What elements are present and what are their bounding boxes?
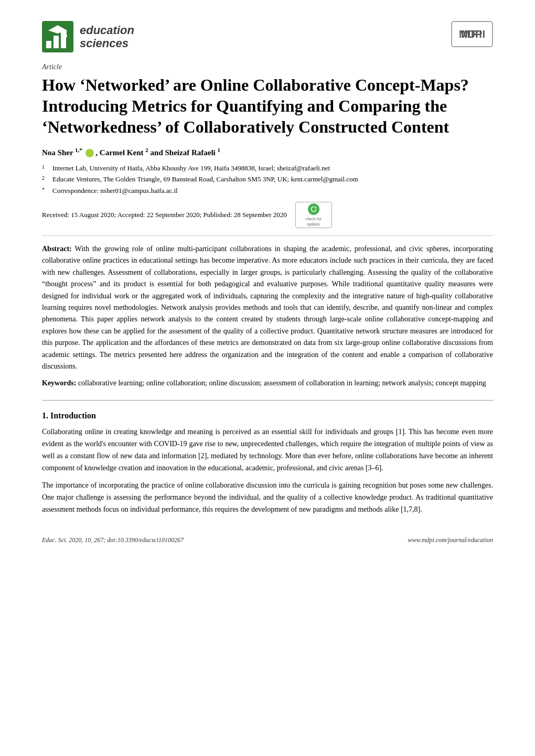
keywords-text: Keywords: collaborative learning; online… <box>42 377 493 389</box>
svg-rect-2 <box>54 36 59 48</box>
footer-left: Educ. Sci. 2020, 10, 267; doi:10.3390/ed… <box>42 536 184 544</box>
ref-2-link[interactable]: 2 <box>201 452 205 460</box>
svg-text:MDPI: MDPI <box>459 28 485 40</box>
intro-paragraph-1: Collaborating online in creating knowled… <box>42 426 493 474</box>
author-carmel-kent: , Carmel Kent 2 and Sheizaf Rafaeli 1 <box>95 148 220 157</box>
abstract-text: Abstract: With the growing role of onlin… <box>42 243 493 372</box>
affiliation-2: 2 Educate Ventures, The Golden Triangle,… <box>42 174 493 185</box>
svg-rect-1 <box>46 41 51 48</box>
intro-paragraph-2: The importance of incorporating the prac… <box>42 479 493 515</box>
mdpi-logo: MPI MDPI <box>451 21 493 49</box>
received-dates: Received: 15 August 2020; Accepted: 22 S… <box>42 211 287 219</box>
orcid-icon[interactable] <box>85 149 94 157</box>
keywords-label: Keywords: <box>42 379 76 387</box>
divider-1 <box>42 235 493 236</box>
affiliations: 1 Internet Lab, University of Haifa, Abb… <box>42 163 493 196</box>
article-type: Article <box>42 63 493 71</box>
page-footer: Educ. Sci. 2020, 10, 267; doi:10.3390/ed… <box>42 536 493 544</box>
correspondence: * Correspondence: nsher01@campus.haifa.a… <box>42 186 493 196</box>
divider-2 <box>42 400 493 401</box>
abstract-section: Abstract: With the growing role of onlin… <box>42 243 493 390</box>
section-1-title: 1. Introduction <box>42 411 493 420</box>
author-noa-sher: Noa Sher 1,* <box>42 148 82 157</box>
journal-name-line1: education <box>80 24 134 37</box>
affiliation-1: 1 Internet Lab, University of Haifa, Abb… <box>42 163 493 174</box>
section-introduction: 1. Introduction Collaborating online in … <box>42 411 493 516</box>
footer-right: www.mdpi.com/journal/education <box>408 536 493 544</box>
journal-logo-icon <box>42 21 73 52</box>
journal-logo: education sciences <box>42 21 134 52</box>
updates-icon <box>308 203 319 215</box>
journal-name: education sciences <box>80 24 134 50</box>
check-updates-label: check forupdates <box>306 217 322 226</box>
authors-line: Noa Sher 1,* , Carmel Kent 2 and Sheizaf… <box>42 147 493 158</box>
ref-1-7-8-link[interactable]: 1,7,8 <box>403 505 418 513</box>
received-line: Received: 15 August 2020; Accepted: 22 S… <box>42 202 493 228</box>
svg-point-6 <box>65 35 67 38</box>
check-for-updates-badge: check forupdates <box>295 202 332 228</box>
article-title: How ‘Networked’ are Online Collaborative… <box>42 74 493 137</box>
ref-1-link[interactable]: 1 <box>399 428 402 436</box>
page-header: education sciences MPI MDPI <box>42 21 493 52</box>
journal-name-line2: sciences <box>80 37 134 50</box>
ref-3-6-link[interactable]: 3–6 <box>368 464 379 472</box>
abstract-label: Abstract: <box>42 245 72 253</box>
